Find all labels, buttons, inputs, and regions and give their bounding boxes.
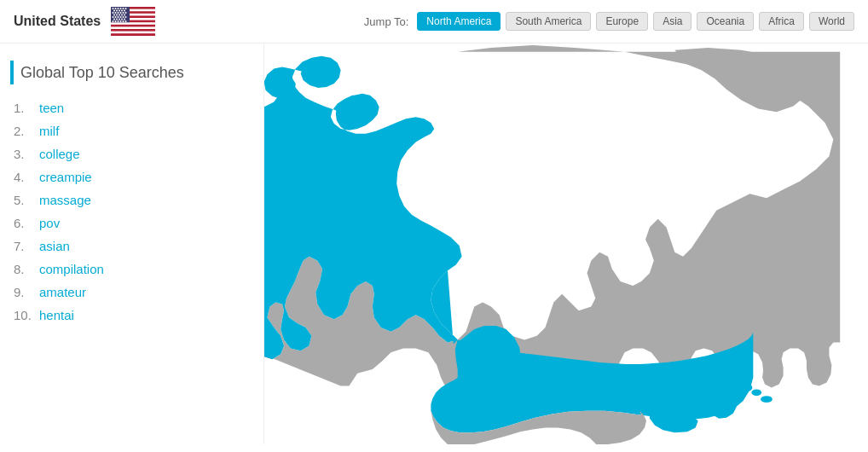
- svg-point-18: [124, 10, 125, 12]
- nav-asia[interactable]: Asia: [653, 12, 692, 31]
- list-item: 6.pov: [10, 212, 253, 235]
- nav-world[interactable]: World: [809, 12, 854, 31]
- search-term-link[interactable]: massage: [39, 193, 91, 207]
- jump-to-label: Jump To:: [364, 15, 409, 28]
- section-title-text: Global Top 10 Searches: [20, 64, 184, 82]
- search-term-link[interactable]: milf: [39, 124, 59, 138]
- list-item: 3.college: [10, 142, 253, 165]
- island-2: [751, 389, 761, 396]
- list-item: 2.milf: [10, 119, 253, 142]
- jump-to-nav: Jump To: North America South America Eur…: [364, 12, 854, 31]
- rank-number: 5.: [14, 193, 34, 207]
- map-area[interactable]: [264, 43, 868, 444]
- svg-point-14: [113, 10, 115, 12]
- page-header: United States Jump To: North A: [0, 0, 868, 43]
- svg-point-30: [113, 16, 114, 18]
- nav-oceania[interactable]: Oceania: [697, 12, 754, 31]
- nav-south-america[interactable]: South America: [506, 12, 591, 31]
- country-info: United States: [14, 7, 155, 36]
- svg-rect-5: [111, 26, 155, 29]
- map-svg: [264, 43, 868, 444]
- nav-europe[interactable]: Europe: [596, 12, 648, 31]
- search-term-link[interactable]: teen: [39, 101, 64, 115]
- list-item: 7.asian: [10, 235, 253, 258]
- list-item: 5.massage: [10, 188, 253, 212]
- svg-point-44: [120, 20, 122, 22]
- svg-rect-6: [111, 32, 155, 34]
- svg-point-17: [121, 10, 123, 12]
- island-1: [739, 384, 753, 392]
- sidebar: Global Top 10 Searches 1.teen2.milf3.col…: [0, 43, 264, 444]
- svg-point-40: [124, 19, 125, 20]
- country-flag: [111, 7, 155, 36]
- svg-point-28: [121, 14, 123, 16]
- search-term-link[interactable]: compilation: [39, 262, 104, 276]
- country-name: United States: [14, 14, 101, 29]
- section-title: Global Top 10 Searches: [10, 61, 253, 84]
- list-item: 8.compilation: [10, 258, 253, 281]
- search-term-link[interactable]: amateur: [39, 285, 86, 299]
- svg-point-46: [125, 20, 127, 22]
- svg-point-39: [121, 19, 123, 20]
- rank-number: 10.: [14, 308, 34, 322]
- main-content: Global Top 10 Searches 1.teen2.milf3.col…: [0, 43, 868, 444]
- svg-point-13: [125, 8, 127, 9]
- svg-point-16: [119, 10, 120, 12]
- svg-point-35: [125, 16, 127, 18]
- svg-point-26: [116, 14, 118, 16]
- svg-point-27: [119, 14, 120, 16]
- rank-number: 3.: [14, 147, 34, 161]
- svg-rect-4: [111, 22, 155, 25]
- search-term-link[interactable]: creampie: [39, 170, 92, 184]
- svg-point-29: [124, 14, 125, 16]
- svg-point-19: [113, 12, 114, 14]
- svg-point-34: [123, 16, 124, 18]
- rank-number: 2.: [14, 124, 34, 138]
- rank-number: 9.: [14, 285, 34, 299]
- svg-point-10: [118, 8, 119, 9]
- rank-number: 6.: [14, 216, 34, 230]
- search-term-link[interactable]: pov: [39, 216, 60, 230]
- top-searches-list: 1.teen2.milf3.college4.creampie5.massage…: [0, 96, 263, 327]
- list-item: 10.hentai: [10, 304, 253, 327]
- search-term-link[interactable]: hentai: [39, 308, 74, 322]
- svg-point-25: [113, 14, 115, 16]
- svg-point-23: [123, 12, 124, 14]
- svg-point-8: [113, 8, 114, 9]
- rank-number: 1.: [14, 101, 34, 115]
- svg-point-32: [118, 16, 119, 18]
- svg-point-20: [115, 12, 117, 14]
- island-3: [761, 396, 773, 403]
- rank-number: 4.: [14, 170, 34, 184]
- svg-point-42: [115, 20, 117, 22]
- rank-number: 8.: [14, 262, 34, 276]
- svg-point-31: [115, 16, 117, 18]
- svg-point-45: [123, 20, 124, 22]
- list-item: 1.teen: [10, 96, 253, 119]
- svg-point-15: [116, 10, 118, 12]
- svg-point-11: [120, 8, 122, 9]
- svg-point-24: [125, 12, 127, 14]
- section-title-bar: [10, 61, 14, 84]
- rank-number: 7.: [14, 239, 34, 253]
- svg-point-37: [116, 19, 118, 20]
- svg-point-43: [118, 20, 119, 22]
- svg-point-33: [120, 16, 122, 18]
- svg-point-22: [120, 12, 122, 14]
- list-item: 9.amateur: [10, 281, 253, 304]
- svg-point-36: [113, 19, 115, 20]
- nav-north-america[interactable]: North America: [417, 12, 501, 31]
- svg-point-38: [119, 19, 120, 20]
- nav-africa[interactable]: Africa: [759, 12, 804, 31]
- search-term-link[interactable]: asian: [39, 239, 70, 253]
- svg-point-9: [115, 8, 117, 9]
- svg-point-12: [123, 8, 124, 9]
- svg-point-21: [118, 12, 119, 14]
- list-item: 4.creampie: [10, 165, 253, 188]
- search-term-link[interactable]: college: [39, 147, 80, 161]
- svg-point-41: [113, 20, 114, 22]
